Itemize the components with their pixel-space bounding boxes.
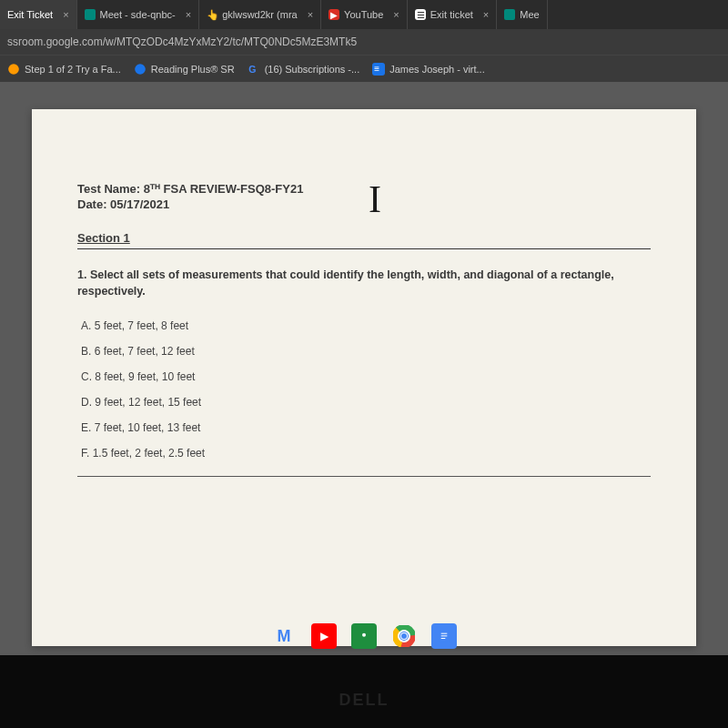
meet-icon <box>504 9 515 20</box>
tab-label: Mee <box>520 9 539 20</box>
tab-label: Exit ticket <box>430 9 473 20</box>
question-text: 1. Select all sets of measurements that … <box>77 268 651 299</box>
test-document: I Test Name: 8ᵀᴴ FSA REVIEW-FSQ8-FY21 Da… <box>32 109 696 646</box>
svg-rect-0 <box>85 9 96 20</box>
meet-icon <box>85 9 96 20</box>
answer-b[interactable]: B. 6 feet, 7 feet, 12 feet <box>81 345 651 358</box>
svg-point-13 <box>401 633 407 639</box>
tab-exit-ticket[interactable]: Exit Ticket × <box>0 0 77 29</box>
svg-point-2 <box>8 64 19 75</box>
youtube-icon: ▶ <box>329 9 339 20</box>
answer-e[interactable]: E. 7 feet, 10 feet, 13 feet <box>81 421 651 434</box>
test-date: Date: 05/17/2021 <box>77 197 651 211</box>
close-icon[interactable]: × <box>186 9 191 20</box>
chrome-icon[interactable] <box>391 623 417 649</box>
reading-icon <box>134 63 147 76</box>
gmail-icon[interactable]: M <box>271 623 297 649</box>
svg-rect-1 <box>504 9 515 20</box>
answer-a[interactable]: A. 5 feet, 7 feet, 8 feet <box>81 319 651 332</box>
bookmarks-bar: Step 1 of 2 Try a Fa... Reading Plus® SR… <box>0 55 728 82</box>
youtube-icon[interactable]: ▶ <box>311 623 337 649</box>
tab-label: Exit Ticket <box>7 9 53 20</box>
svg-rect-16 <box>441 635 448 636</box>
address-bar[interactable]: ssroom.google.com/w/MTQzODc4MzYxMzY2/tc/… <box>0 29 728 55</box>
tab-label: YouTube <box>344 9 383 20</box>
bookmark-label: James Joseph - virt... <box>389 64 485 75</box>
tab-label: gklwswd2kr (mra <box>222 9 298 20</box>
bookmark-james[interactable]: ≡ James Joseph - virt... <box>372 63 485 76</box>
shelf: M ▶ <box>0 617 728 655</box>
tab-exit-ticket-2[interactable]: ☰ Exit ticket × <box>408 0 498 29</box>
answer-list: A. 5 feet, 7 feet, 8 feet B. 6 feet, 7 f… <box>77 319 651 460</box>
svg-rect-15 <box>441 633 448 634</box>
text-cursor-icon: I <box>369 177 381 221</box>
bookmark-subscriptions[interactable]: G (16) Subscriptions -... <box>248 63 360 76</box>
tab-youtube[interactable]: ▶ YouTube × <box>321 0 408 29</box>
bookmark-label: Reading Plus® SR <box>151 64 235 75</box>
docs-icon[interactable] <box>431 623 457 649</box>
svg-point-6 <box>362 633 366 637</box>
tab-meet[interactable]: Meet - sde-qnbc- × <box>77 0 200 29</box>
amazon-icon <box>7 63 20 76</box>
finger-icon: 👆 <box>207 9 217 20</box>
tab-label: Meet - sde-qnbc- <box>100 9 176 20</box>
laptop-brand: DELL <box>0 691 728 710</box>
tab-meet-2[interactable]: Mee <box>497 0 547 29</box>
bottom-divider <box>77 476 651 477</box>
bookmark-label: Step 1 of 2 Try a Fa... <box>25 64 121 75</box>
answer-f[interactable]: F. 1.5 feet, 2 feet, 2.5 feet <box>81 447 651 460</box>
google-icon: G <box>248 63 260 76</box>
page-content: I Test Name: 8ᵀᴴ FSA REVIEW-FSQ8-FY21 Da… <box>0 82 728 655</box>
bookmark-reading[interactable]: Reading Plus® SR <box>134 63 235 76</box>
close-icon[interactable]: × <box>393 9 399 20</box>
close-icon[interactable]: × <box>483 9 489 20</box>
url-text: ssroom.google.com/w/MTQzODc4MzYxMzY2/tc/… <box>7 35 357 48</box>
section-title: Section 1 <box>77 231 651 245</box>
bookmark-label: (16) Subscriptions -... <box>265 64 360 75</box>
svg-rect-17 <box>441 638 446 639</box>
answer-c[interactable]: C. 8 feet, 9 feet, 10 feet <box>81 370 651 383</box>
docs-icon: ≡ <box>372 63 385 76</box>
answer-d[interactable]: D. 9 feet, 12 feet, 15 feet <box>81 396 651 409</box>
bookmark-step1[interactable]: Step 1 of 2 Try a Fa... <box>7 63 121 76</box>
close-icon[interactable]: × <box>308 9 313 20</box>
forms-icon: ☰ <box>415 9 426 20</box>
svg-text:G: G <box>248 63 256 74</box>
classroom-icon[interactable] <box>351 623 377 649</box>
test-name: Test Name: 8ᵀᴴ FSA REVIEW-FSQ8-FY21 <box>77 182 651 196</box>
close-icon[interactable]: × <box>63 9 68 20</box>
browser-tab-bar: Exit Ticket × Meet - sde-qnbc- × 👆 gklws… <box>0 0 728 29</box>
svg-point-3 <box>135 64 146 75</box>
tab-gklwswd[interactable]: 👆 gklwswd2kr (mra × <box>199 0 321 29</box>
section-divider <box>77 248 651 249</box>
